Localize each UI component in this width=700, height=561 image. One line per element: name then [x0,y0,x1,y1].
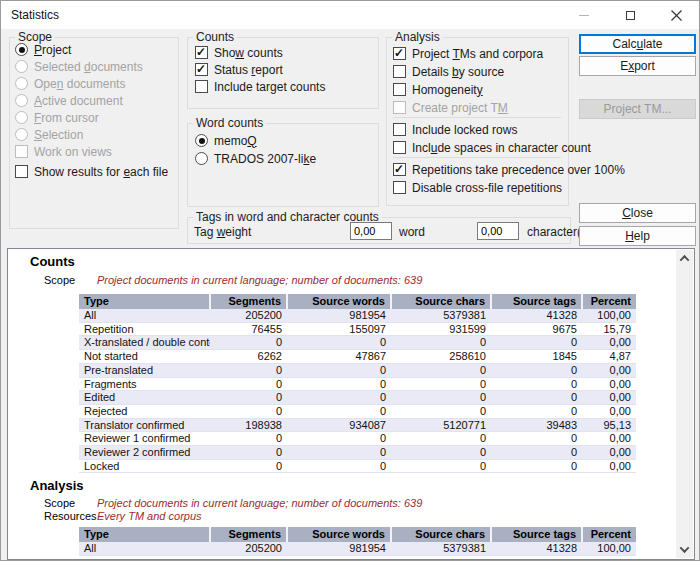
checkbox-icon [393,141,406,154]
checkbox-include-target-counts[interactable]: Include target counts [195,79,325,94]
checkbox-disable-cross-file-repetitions[interactable]: Disable cross-file repetitions [393,180,562,195]
radio-active-document: Active document [15,93,123,108]
type-cell: Edited [79,391,210,405]
value-cell: 931599 [391,322,491,336]
radio-trados-2007-like[interactable]: TRADOS 2007-like [195,151,316,166]
scroll-down-button[interactable] [676,541,693,558]
value-cell: 0,00 [582,459,636,473]
checkbox-include-locked-rows-label: Include locked rows [412,123,517,137]
value-cell: 0 [391,404,491,418]
help-button[interactable]: Help [579,226,696,246]
checkbox-include-target-counts-label: Include target counts [214,80,325,94]
close-dialog-button[interactable]: Close [579,203,696,223]
analysis-resources-label: Resources [44,510,97,522]
export-button[interactable]: Export [579,56,696,76]
value-cell: 0 [210,446,287,460]
value-cell: 5120771 [391,418,491,432]
checkbox-project-tms-corpora[interactable]: Project TMs and corpora [393,46,543,61]
value-cell: 0 [491,363,582,377]
value-cell: 934087 [287,418,391,432]
value-cell: 0,00 [582,336,636,350]
value-cell: 0 [491,446,582,460]
radio-active-document-label: Active document [34,94,123,108]
value-cell: 0 [491,377,582,391]
analysis-resources-value: Every TM and corpus [97,510,202,522]
analysis-separator [393,157,561,158]
table-header-row: TypeSegmentsSource wordsSource charsSour… [79,527,636,542]
radio-project[interactable]: Project [15,42,71,57]
type-cell: Reviewer 2 confirmed [79,446,210,460]
radio-selected-icon [15,43,28,56]
type-cell: All [79,309,210,322]
word-counts-group-label: Word counts [193,117,266,129]
radio-selected-documents: Selected documents [15,59,143,74]
window-title: Statistics [11,8,59,22]
maximize-icon [626,11,635,20]
tag-weight-word-input[interactable] [350,222,392,240]
counts-section-heading: Counts [30,254,75,269]
minimize-icon [579,15,589,16]
checkbox-show-counts[interactable]: Show counts [195,45,283,60]
close-button[interactable] [653,1,699,29]
checkbox-include-locked-rows[interactable]: Include locked rows [393,122,517,137]
value-cell: 41328 [491,309,582,322]
value-cell: 0 [210,432,287,446]
table-row: X-translated / double context00000,00 [79,336,636,350]
checkbox-include-spaces[interactable]: Include spaces in character count [393,140,591,155]
checkbox-repetitions-precedence[interactable]: Repetitions take precedence over 100% [393,162,625,177]
checkbox-status-report-label: Status report [214,63,283,77]
checkbox-icon [393,181,406,194]
checkbox-work-on-views-label: Work on views [34,145,112,159]
vertical-scrollbar[interactable] [676,250,693,558]
checkbox-homogeneity[interactable]: Homogeneity [393,82,483,97]
value-cell: 0 [287,377,391,391]
checkbox-status-report[interactable]: Status report [195,62,283,77]
value-cell: 4,87 [582,350,636,364]
project-tm-button: Project TM... [579,99,696,119]
maximize-button[interactable] [607,1,653,29]
value-cell: 0 [491,432,582,446]
checkbox-checked-icon [195,46,208,59]
table-row: Rejected00000,00 [79,404,636,418]
close-icon [671,10,682,21]
tag-weight-char-input[interactable] [477,222,519,240]
value-cell: 0 [287,404,391,418]
type-cell: Translator confirmed [79,418,210,432]
chevron-down-icon [680,543,690,553]
radio-from-cursor: From cursor [15,110,99,125]
checkbox-checked-icon [195,63,208,76]
analysis-table: TypeSegmentsSource wordsSource charsSour… [79,527,636,556]
radio-memoq[interactable]: memoQ [195,133,257,148]
value-cell: 0,00 [582,446,636,460]
checkbox-show-results-each-file[interactable]: Show results for each file [15,164,168,179]
value-cell: 0 [391,446,491,460]
radio-icon [15,60,28,73]
value-cell: 5379381 [391,309,491,322]
value-cell: 0 [287,432,391,446]
table-row: Locked00000,00 [79,459,636,473]
radio-selection: Selection [15,127,83,142]
calculate-button[interactable]: Calculate [579,34,696,54]
checkbox-checked-icon [393,163,406,176]
checkbox-icon [393,65,406,78]
table-row: Reviewer 1 confirmed00000,00 [79,432,636,446]
counts-scope-label: Scope [44,274,75,286]
checkbox-details-by-source[interactable]: Details by source [393,64,504,79]
checkbox-icon [393,101,406,114]
type-cell: Rejected [79,404,210,418]
type-cell: All [79,542,210,555]
value-cell: 0 [210,391,287,405]
value-cell: 100,00 [582,542,636,555]
value-cell: 0 [287,391,391,405]
statistics-dialog: Statistics Scope Project Selected docume… [0,0,700,561]
value-cell: 0,00 [582,363,636,377]
minimize-button[interactable] [561,1,607,29]
radio-selection-label: Selection [34,128,83,142]
column-header: Segments [210,294,287,309]
scroll-up-button[interactable] [676,250,693,267]
type-cell: Repetition [79,322,210,336]
value-cell: 0 [391,363,491,377]
value-cell: 0 [391,391,491,405]
checkbox-icon [15,145,28,158]
checkbox-include-spaces-label: Include spaces in character count [412,141,591,155]
